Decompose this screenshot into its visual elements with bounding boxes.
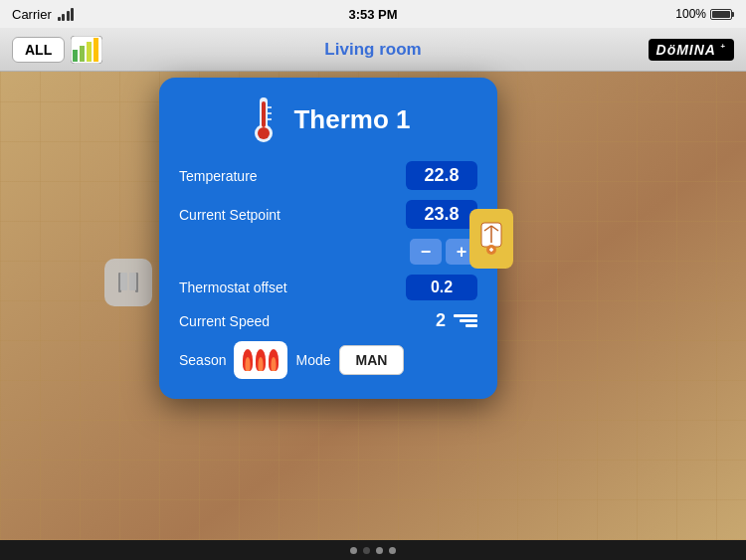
svg-rect-11 (262, 101, 266, 127)
pagination-dot-1[interactable] (350, 547, 357, 554)
carrier-label: Carrier (12, 7, 52, 22)
setpoint-controls: − + (179, 239, 477, 265)
svg-rect-3 (87, 42, 92, 62)
battery-percent: 100% (675, 7, 706, 21)
svg-rect-2 (80, 46, 85, 62)
setpoint-value: 23.8 (406, 200, 477, 229)
speed-value: 2 (436, 310, 446, 331)
setpoint-label: Current Setpoint (179, 207, 280, 223)
mode-button[interactable]: MAN (339, 345, 405, 375)
curtain-icon (114, 269, 142, 296)
svg-rect-8 (129, 273, 136, 290)
season-label: Season (179, 352, 226, 368)
status-left: Carrier (12, 7, 74, 22)
thermostat-offset-row: Thermostat offset 0.2 (179, 275, 477, 300)
wifi-signal-icon (58, 7, 75, 21)
expand-icon (477, 219, 505, 259)
status-bar: Carrier 3:53 PM 100% (0, 0, 746, 28)
svg-rect-4 (93, 38, 98, 62)
fan-icon (454, 314, 477, 327)
room-title: Living room (324, 40, 421, 60)
setpoint-minus-button[interactable]: − (410, 239, 442, 265)
modal-header: Thermo 1 (179, 93, 477, 145)
svg-rect-1 (73, 50, 78, 62)
status-right: 100% (675, 7, 734, 21)
domina-logo: DöMINA + (649, 39, 734, 61)
pagination (350, 547, 396, 554)
mode-label: Mode (295, 352, 330, 368)
speed-value-group: 2 (436, 310, 477, 331)
speed-label: Current Speed (179, 313, 270, 329)
curtain-button[interactable] (104, 259, 152, 306)
heating-icon (243, 349, 279, 371)
header: ALL Living room DöMINA + (0, 28, 746, 72)
thermostat-offset-value: 0.2 (406, 275, 477, 300)
all-button[interactable]: ALL (12, 37, 65, 63)
temperature-value: 22.8 (406, 161, 477, 190)
season-button[interactable] (234, 341, 287, 379)
setpoint-section: Current Setpoint 23.8 − + (179, 200, 477, 265)
status-time: 3:53 PM (348, 7, 397, 22)
temperature-row: Temperature 22.8 (179, 161, 477, 190)
thermostat-modal: Thermo 1 Temperature 22.8 Current Setpoi… (159, 78, 497, 399)
pagination-dot-3[interactable] (376, 547, 383, 554)
svg-point-12 (258, 127, 270, 139)
expand-button[interactable] (469, 209, 513, 269)
setpoint-row: Current Setpoint 23.8 (179, 200, 477, 229)
temperature-label: Temperature (179, 168, 258, 184)
energy-icon (71, 36, 102, 64)
battery-icon (710, 9, 734, 20)
svg-rect-7 (120, 273, 127, 290)
thermostat-offset-label: Thermostat offset (179, 280, 287, 295)
pagination-dot-2[interactable] (363, 547, 370, 554)
speed-row: Current Speed 2 (179, 310, 477, 331)
season-mode-row: Season Mode MAN (179, 341, 477, 379)
modal-title: Thermo 1 (293, 104, 410, 135)
pagination-dot-4[interactable] (389, 547, 396, 554)
thermometer-icon (246, 93, 281, 145)
